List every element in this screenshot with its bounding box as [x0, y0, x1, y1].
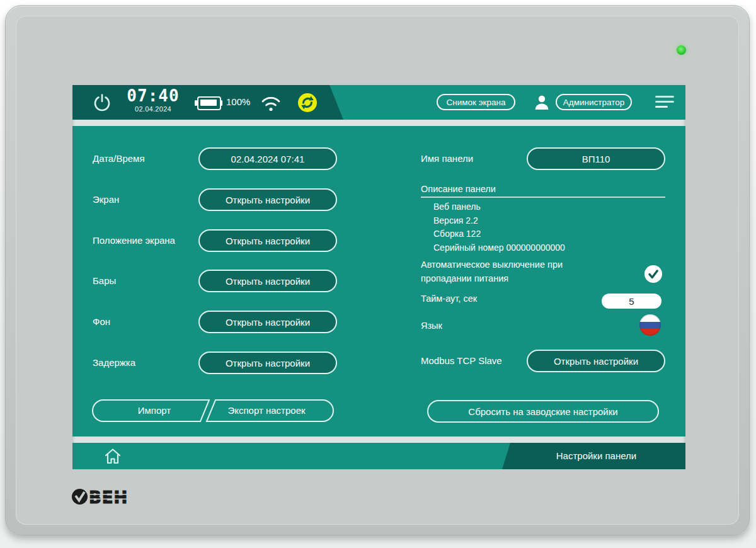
description-line-serial: Серийный номер 000000000000 — [433, 241, 565, 255]
row-label-datetime: Дата/Время — [93, 147, 145, 170]
row-label-bars: Бары — [93, 270, 116, 292]
screen-settings-button[interactable]: Открыть настройки — [198, 188, 337, 211]
logo-slit — [89, 499, 128, 500]
settings-content: Дата/Время 02.04.2024 07:41 Экран Открыт… — [72, 126, 685, 437]
wifi-icon — [259, 93, 283, 115]
checkmark-icon — [644, 265, 662, 283]
description-line-build: Сборка 122 — [433, 227, 565, 241]
row-label-background: Фон — [93, 311, 110, 333]
panel-description-title: Описание панели — [421, 184, 496, 194]
power-icon[interactable] — [91, 92, 113, 116]
footer-bar: Настройки панели — [72, 443, 685, 469]
sync-refresh-icon[interactable] — [298, 93, 317, 112]
modbus-settings-button[interactable]: Открыть настройки — [527, 350, 665, 372]
auto-power-off-label: Автоматическое выключение при пропадании… — [421, 258, 605, 285]
panel-name-label: Имя панели — [421, 147, 473, 170]
home-icon — [103, 447, 123, 465]
bars-settings-button[interactable]: Открыть настройки — [198, 270, 337, 292]
row-label-screen: Экран — [93, 188, 119, 211]
battery-percent: 100% — [226, 96, 250, 107]
user-role-button[interactable]: Администратор — [556, 94, 632, 110]
screenshot-root: 07:40 02.04.2024 100% — [0, 0, 756, 548]
timeout-input[interactable] — [602, 294, 662, 309]
export-button-label[interactable]: Экспорт настроек — [227, 405, 306, 416]
power-led — [677, 45, 686, 55]
logo-slit — [89, 494, 128, 495]
clock-date: 02.04.2024 — [123, 105, 183, 113]
battery-icon — [195, 95, 222, 110]
import-export-group: Импорт Экспорт настроек — [91, 399, 335, 423]
page-title: Настройки панели — [513, 443, 679, 469]
factory-reset-button[interactable]: Сбросить на заводские настройки — [427, 400, 659, 423]
datetime-button[interactable]: 02.04.2024 07:41 — [198, 147, 337, 170]
logo-o-mark — [72, 489, 88, 505]
logo-letters: ВЕН — [89, 488, 128, 505]
menu-icon[interactable] — [655, 96, 674, 108]
panel-screen: 07:40 02.04.2024 100% — [72, 85, 685, 469]
language-label: Язык — [421, 315, 442, 336]
background-settings-button[interactable]: Открыть настройки — [198, 311, 337, 333]
import-button-label[interactable]: Импорт — [138, 405, 171, 416]
timeout-label: Тайм-аут, сек — [421, 291, 477, 306]
header-bar: 07:40 02.04.2024 100% — [72, 85, 685, 120]
panel-name-button[interactable]: ВП110 — [527, 147, 665, 170]
home-button[interactable] — [103, 447, 123, 468]
description-line-web-panel: Веб панель — [433, 200, 565, 214]
auto-power-off-checkbox[interactable] — [644, 265, 662, 283]
row-label-screen-position: Положение экрана — [93, 229, 175, 252]
user-icon[interactable] — [533, 93, 551, 113]
panel-description-lines: Веб панель Версия 2.2 Сборка 122 Серийны… — [433, 200, 565, 254]
delay-settings-button[interactable]: Открыть настройки — [198, 351, 337, 374]
language-flag-russian[interactable] — [639, 314, 661, 336]
screenshot-button[interactable]: Снимок экрана — [437, 94, 515, 110]
owen-logo: ВЕН — [72, 488, 129, 508]
clock-time: 07:40 — [123, 86, 183, 105]
modbus-label: Modbus TCP Slave — [421, 350, 502, 372]
panel-description-divider — [421, 197, 665, 198]
header-clock: 07:40 02.04.2024 — [123, 86, 183, 113]
row-label-delay: Задержка — [93, 351, 135, 374]
description-line-version: Версия 2.2 — [433, 214, 565, 228]
screen-position-settings-button[interactable]: Открыть настройки — [198, 229, 337, 252]
